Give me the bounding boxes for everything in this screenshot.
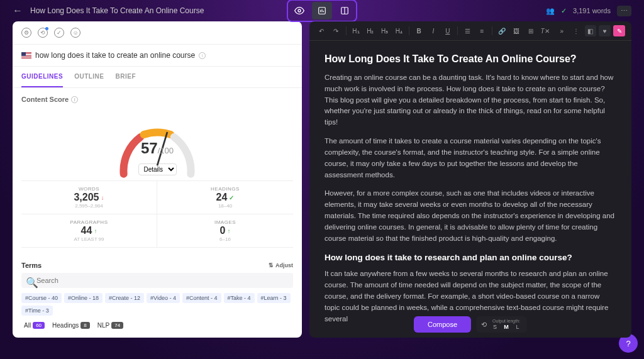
filter-headings[interactable]: Headings 8 (50, 321, 92, 330)
word-count: 3,191 words (573, 7, 611, 14)
adjust-button[interactable]: ⇅ Adjust (269, 262, 293, 268)
h1-button[interactable]: H₁ (350, 25, 362, 36)
preview-mode-button[interactable] (289, 2, 309, 19)
toolbar-user[interactable]: ✎ (613, 25, 625, 36)
tab-guidelines[interactable]: GUIDELINES (21, 67, 63, 87)
compose-controls: ⟲ Output length: S M L (476, 316, 527, 333)
hash-tag[interactable]: #Create - 12 (105, 293, 144, 303)
filter-nlp[interactable]: NLP 74 (95, 321, 126, 330)
editor-h2: How long does it take to research and pl… (325, 253, 616, 262)
redo-button[interactable]: ↷ (330, 25, 342, 36)
ol-button[interactable]: ≡ (476, 25, 488, 36)
regenerate-icon[interactable]: ⟲ (481, 321, 487, 329)
score-info-icon[interactable]: i (71, 96, 78, 103)
score-gauge: 57/100 (107, 107, 208, 163)
italic-button[interactable]: I (428, 25, 440, 36)
editor-p2: The amount of time it takes to create a … (325, 136, 616, 180)
emoji-icon[interactable]: ☺ (70, 28, 80, 38)
saved-check-icon: ✓ (561, 7, 567, 15)
stat-images: IMAGES 0↑ 6–16 (157, 214, 293, 248)
settings-icon[interactable]: ⚙ (21, 28, 31, 38)
query-info-icon[interactable]: i (199, 52, 206, 59)
us-flag-icon (21, 52, 31, 59)
image-button[interactable]: 🖼 (511, 25, 523, 36)
document-title: How Long Does It Take To Create An Onlin… (30, 6, 204, 15)
back-button[interactable]: ← (13, 5, 23, 16)
hash-tag[interactable]: #Content - 4 (182, 293, 221, 303)
collaborators-icon[interactable]: 👥 (546, 7, 555, 15)
toolbar-box-2[interactable]: ♥ (599, 25, 611, 36)
bold-button[interactable]: B (413, 25, 425, 36)
link-icon[interactable]: ⟲ (38, 28, 48, 38)
table-button[interactable]: ⊞ (525, 25, 536, 36)
h4-button[interactable]: H₄ (393, 25, 405, 36)
split-mode-button[interactable] (335, 2, 355, 19)
hash-tag[interactable]: #Online - 18 (64, 293, 103, 303)
editor-p3: However, for a more complex course, such… (325, 188, 616, 244)
hash-tag[interactable]: #Take - 4 (224, 293, 255, 303)
clear-format-button[interactable]: T✕ (539, 25, 551, 36)
size-m[interactable]: M (502, 324, 511, 330)
h2-button[interactable]: H₂ (364, 25, 376, 36)
h3-button[interactable]: H₃ (379, 25, 391, 36)
ul-button[interactable]: ☰ (462, 25, 474, 36)
size-l[interactable]: L (513, 324, 522, 330)
tab-brief[interactable]: BRIEF (116, 67, 136, 87)
svg-point-0 (298, 9, 301, 12)
tab-outline[interactable]: OUTLINE (74, 67, 104, 87)
content-score-label: Content Score (21, 96, 69, 103)
terms-title: Terms (21, 262, 42, 269)
toolbar-box-1[interactable]: ◧ (585, 25, 597, 36)
editor-p1: Creating an online course can be a daunt… (325, 72, 616, 128)
search-icon: 🔍 (26, 277, 38, 289)
editor-panel: ↶ ↷ H₁ H₂ H₃ H₄ B I U ☰ ≡ 🔗 🖼 ⊞ T✕ » ⋮ ◧… (309, 21, 631, 338)
toolbar-extra-1[interactable]: » (556, 25, 568, 36)
compose-button[interactable]: Compose (414, 316, 471, 333)
view-mode-switcher (287, 0, 357, 22)
editor-h1: How Long Does It Take To Create An Onlin… (325, 53, 616, 65)
hash-tag[interactable]: #Course - 40 (21, 293, 62, 303)
query-text: how long does it take to create an onlin… (35, 51, 195, 60)
filter-all[interactable]: All 60 (21, 321, 47, 330)
hash-tag[interactable]: #Time - 3 (21, 306, 53, 316)
hash-tag[interactable]: #Learn - 3 (257, 293, 291, 303)
more-menu-button[interactable]: ⋯ (617, 6, 631, 16)
editor-content[interactable]: How Long Does It Take To Create An Onlin… (309, 41, 631, 338)
underline-button[interactable]: U (441, 25, 453, 36)
undo-button[interactable]: ↶ (316, 25, 328, 36)
analytics-mode-button[interactable] (312, 2, 332, 19)
check-icon[interactable]: ✓ (54, 28, 64, 38)
terms-search-input[interactable] (21, 273, 293, 288)
hash-tag[interactable]: #Video - 4 (147, 293, 180, 303)
link-button[interactable]: 🔗 (496, 25, 508, 36)
guidelines-panel: ⚙ ⟲ ✓ ☺ how long does it take to create … (13, 21, 302, 338)
stat-paragraphs: PARAGRAPHS 44↑ AT LEAST 99 (21, 214, 157, 248)
size-s[interactable]: S (491, 324, 499, 330)
toolbar-extra-2[interactable]: ⋮ (570, 25, 582, 36)
